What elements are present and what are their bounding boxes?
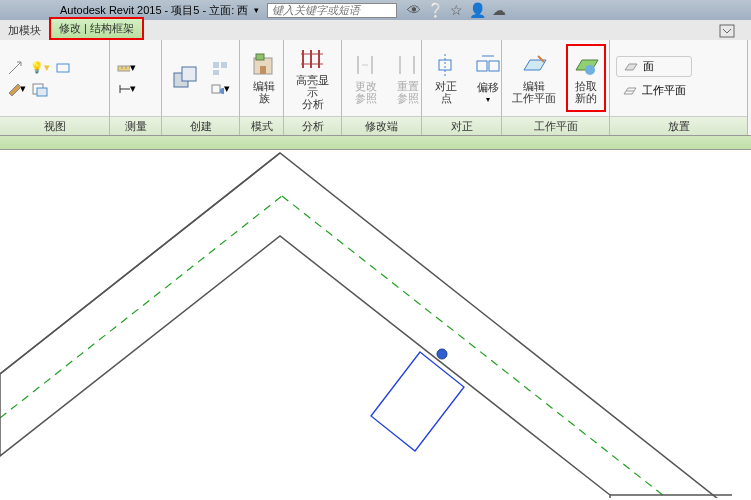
svg-rect-1 [57, 64, 69, 72]
create-similar-icon[interactable]: ▾ [210, 80, 230, 98]
panel-modify-end: 更改 参照 重置 参照 修改端 [342, 40, 422, 135]
workplane-place-icon [622, 84, 638, 98]
svg-line-40 [0, 196, 282, 418]
workplane-place-button[interactable]: 工作平面 [616, 81, 692, 100]
favorite-icon[interactable]: ☆ [450, 2, 463, 18]
help-icon[interactable]: ❔ [427, 2, 444, 18]
edit-family-button[interactable]: 编辑 族 [246, 50, 282, 106]
panel-label-view: 视图 [0, 116, 109, 135]
workplane-place-label: 工作平面 [642, 83, 686, 98]
title-dropdown-icon[interactable]: ▾ [254, 5, 259, 15]
svg-rect-20 [260, 66, 266, 74]
panel-label-measure: 测量 [110, 116, 161, 135]
panel-place: 面 工作平面 放置 [610, 40, 748, 135]
edit-family-label: 编辑 族 [253, 80, 275, 104]
panel-label-workplane: 工作平面 [502, 116, 609, 135]
svg-rect-34 [477, 61, 487, 71]
panel-workplane: 编辑 工作平面 拾取 新的 工作平面 [502, 40, 610, 135]
highlight-analyze-button[interactable]: 高亮显示 分析 [290, 44, 335, 112]
align-point-button[interactable]: 对正 点 [428, 50, 464, 106]
svg-rect-35 [489, 61, 499, 71]
svg-point-38 [585, 65, 595, 75]
svg-point-45 [437, 349, 447, 359]
panel-align: 对正 点 偏移 ▾ 对正 [422, 40, 502, 135]
cut-icon[interactable] [54, 59, 74, 77]
ribbon: 💡▾ ▾ 视图 ▾ ▾ 测量 [0, 40, 751, 136]
panel-label-mode: 模式 [240, 116, 283, 135]
drawing-canvas[interactable] [0, 150, 751, 498]
edit-family-icon [250, 52, 278, 78]
panel-analyze: 高亮显示 分析 分析 [284, 40, 342, 135]
ribbon-expand-button[interactable] [713, 24, 741, 40]
svg-rect-14 [213, 62, 219, 68]
cloud-icon[interactable]: ☁ [492, 2, 506, 18]
svg-rect-21 [256, 54, 264, 60]
svg-point-18 [220, 88, 224, 94]
reset-param-label: 重置 参照 [397, 80, 419, 104]
modify-icon[interactable] [6, 59, 26, 77]
highlight-analyze-label: 高亮显示 分析 [294, 74, 331, 110]
face-label: 面 [643, 59, 654, 74]
edit-workplane-button[interactable]: 编辑 工作平面 [508, 50, 560, 106]
offset-button[interactable]: 偏移 ▾ [470, 51, 506, 106]
align-point-label: 对正 点 [435, 80, 457, 104]
panel-label-place: 放置 [610, 116, 747, 135]
pick-new-icon [572, 52, 600, 78]
change-param-icon [352, 52, 380, 78]
search-input[interactable] [267, 3, 397, 18]
dimension-icon[interactable]: ▾ [116, 80, 136, 98]
svg-line-44 [0, 153, 280, 374]
highlight-analyze-icon [299, 46, 327, 72]
svg-line-41 [282, 196, 664, 496]
tab-add-module[interactable]: 加模块 [0, 21, 49, 40]
binoculars-icon[interactable]: 👁 [407, 2, 421, 18]
edit-workplane-icon [520, 52, 548, 78]
reset-param-button: 重置 参照 [390, 50, 426, 106]
svg-rect-0 [720, 25, 734, 37]
change-param-button: 更改 参照 [348, 50, 384, 106]
panel-create: ▾ 创建 [162, 40, 240, 135]
svg-rect-17 [212, 85, 220, 93]
sub-ribbon-bar [0, 136, 751, 150]
filter-icon[interactable] [30, 80, 50, 98]
face-icon [623, 60, 639, 74]
svg-rect-3 [37, 88, 47, 96]
create-component-button[interactable] [168, 63, 204, 93]
app-title: Autodesk Revit 2015 - 项目5 - 立面: 西 [60, 3, 248, 18]
face-button[interactable]: 面 [616, 56, 692, 77]
pick-new-button[interactable]: 拾取 新的 [568, 50, 604, 106]
panel-mode: 编辑 族 模式 [240, 40, 284, 135]
svg-rect-15 [221, 62, 227, 68]
panel-label-analyze: 分析 [284, 116, 341, 135]
change-param-label: 更改 参照 [355, 80, 377, 104]
panel-label-align: 对正 [422, 116, 501, 135]
panel-measure: ▾ ▾ 测量 [110, 40, 162, 135]
help-icons: 👁 ❔ ☆ 👤 ☁ [407, 2, 506, 18]
edit-workplane-label: 编辑 工作平面 [512, 80, 556, 104]
reset-param-icon [394, 52, 422, 78]
svg-rect-4 [118, 66, 130, 71]
paint-icon[interactable]: ▾ [6, 80, 26, 98]
offset-icon [474, 53, 502, 79]
pick-new-label: 拾取 新的 [575, 80, 597, 104]
panel-view: 💡▾ ▾ 视图 [0, 40, 110, 135]
svg-rect-13 [182, 67, 196, 81]
drawing-svg [0, 150, 751, 498]
user-icon[interactable]: 👤 [469, 2, 486, 18]
measure-ruler-icon[interactable]: ▾ [116, 59, 136, 77]
align-point-icon [432, 52, 460, 78]
lightbulb-icon[interactable]: 💡▾ [30, 59, 50, 77]
panel-label-create: 创建 [162, 116, 239, 135]
tab-modify-structural-frame[interactable]: 修改 | 结构框架 [49, 17, 144, 40]
offset-label: 偏移 [477, 81, 499, 93]
panel-label-modify-end: 修改端 [342, 116, 421, 135]
create-group-icon[interactable] [210, 59, 230, 77]
svg-rect-33 [439, 60, 451, 70]
svg-rect-16 [213, 70, 219, 75]
tab-bar: 加模块 修改 | 结构框架 [0, 20, 751, 40]
